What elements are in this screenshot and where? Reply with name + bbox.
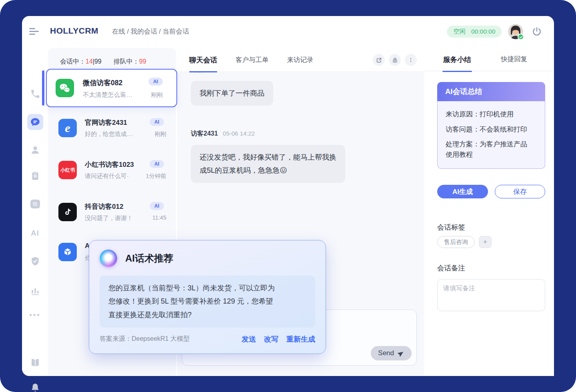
queue-stats: 会话中：14|99 排队中：99 [60,58,146,66]
message-time: 05-06 14:22 [223,130,255,137]
list-item[interactable]: e 官网访客2431 AI 好的，给您造成… 刚刚 [58,118,172,144]
chart-icon[interactable] [22,285,48,297]
tab-visit-history[interactable]: 来访记录 [287,48,314,72]
wechat-icon [56,79,74,97]
send-button[interactable]: Send [371,346,412,360]
stat-queued: 排队中：99 [114,58,146,66]
chat-icon[interactable] [22,116,48,128]
ai-suggestion-text: 您的豆浆机（当前型号：3L）尚未发货，可以立即为 您修改！更换到 5L 型号需要… [100,276,315,328]
app-frame: HOLLYCRM 在线 / 我的会话 / 当前会话 空闲 00:00:00 [0,0,576,392]
panel-tabbar: 服务小结 快捷回复 [424,48,554,71]
conversation-preview: 不太清楚怎么装… [83,91,132,99]
online-check-icon [518,34,524,40]
note-textarea[interactable] [437,279,545,311]
contacts-icon[interactable] [22,144,48,156]
answer-source: 答案来源：DeepseekR1 大模型 [100,335,190,343]
xiaohongshu-icon: 小红书 [58,161,77,179]
popup-send-link[interactable]: 发送 [242,334,256,344]
save-button[interactable]: 保存 [495,185,545,198]
summary-line: 访客问题：不会装纸和打印 [446,124,531,135]
conversation-preview: 好的，给您造成… [85,130,133,138]
message-sender: 访客2431 [191,130,218,137]
popup-rewrite-link[interactable]: 改写 [264,334,278,344]
ai-summary-card: AI会话总结 来访原因：打印机使用 访客问题：不会装纸和打印 处理方案：为客户推… [437,82,545,169]
ai-badge: AI [148,78,163,86]
message-bubble: 我刚下单了一件商品 [191,81,273,106]
tags-label: 会话标签 [437,222,465,232]
lock-icon[interactable] [389,54,401,66]
top-header: HOLLYCRM 在线 / 我的会话 / 当前会话 空闲 00:00:00 [22,16,554,48]
service-summary-panel: 服务小结 快捷回复 AI会话总结 来访原因：打印机使用 访客问题：不会装纸和打印… [424,48,554,376]
shield-icon[interactable] [22,255,48,267]
popup-regenerate-link[interactable]: 重新生成 [286,334,315,344]
summary-line: 处理方案：为客户推送产品使用教程 [446,139,531,160]
conversation-title: 官网访客2431 [85,118,127,127]
conversation-time: 11:45 [152,214,166,221]
conversation-preview: 没问题了，谢谢！ [85,214,133,222]
conversation-time: 刚刚 [151,91,163,99]
message-meta: 访客2431 05-06 14:22 [191,130,424,138]
agent-status-badge[interactable]: 空闲 00:00:00 [447,26,502,38]
message-bubble: 还没发货吧，我好像买错了，能马上帮我换 成5L的豆浆机吗，急急急😖 [191,145,345,183]
app-cube-icon [58,243,77,261]
summary-line: 来访原因：打印机使用 [446,109,531,120]
tag-after-sales[interactable]: 售后咨询 [437,236,475,248]
note-label: 会话备注 [437,263,465,273]
ai-orb-icon [100,250,117,267]
conversation-preview: 请问还有什么可· [85,172,129,180]
app-window: HOLLYCRM 在线 / 我的会话 / 当前会话 空闲 00:00:00 [22,16,554,376]
breadcrumb[interactable]: 在线 / 我的会话 / 当前会话 [112,27,189,36]
ai-badge: AI [150,118,164,126]
conversation-title: 微信访客082 [83,78,122,88]
list-item-selected[interactable]: 微信访客082 AI 不太清楚怎么装… 刚刚 [46,69,177,107]
douyin-icon [58,203,77,221]
ai-badge: AI [150,160,164,168]
tab-customer-tickets[interactable]: 客户与工单 [236,48,269,72]
list-item[interactable]: 抖音访客012 AI 没问题了，谢谢！ 11:45 [58,202,172,228]
ai-nav-icon[interactable]: AI [22,227,48,239]
chat-tabbar: 聊天会话 客户与工单 来访记录 [177,48,424,72]
status-label: 空闲 [453,28,466,36]
bell-icon[interactable] [22,382,48,392]
more-ellipsis-icon[interactable]: ••• [22,309,48,321]
ai-badge: AI [150,202,164,210]
ie-browser-icon: e [58,119,77,137]
conversation-time: 1分钟前 [146,172,166,180]
conversation-title: 抖音访客012 [85,202,123,211]
send-arrow-icon [396,348,406,358]
clipboard-icon[interactable] [22,170,48,182]
menu-icon[interactable] [29,28,39,36]
ai-suggestion-popup: AI话术推荐 您的豆浆机（当前型号：3L）尚未发货，可以立即为 您修改！更换到 … [89,240,326,354]
kebab-menu-icon[interactable] [405,54,417,66]
tab-chat-session[interactable]: 聊天会话 [189,48,217,72]
knowledge-book-icon[interactable] [22,357,48,369]
send-label: Send [378,349,394,357]
list-item[interactable]: 小红书 小红书访客1023 AI 请问还有什么可· 1分钟前 [58,160,172,186]
popup-title: AI话术推荐 [125,252,173,265]
conversation-time: 刚刚 [155,130,166,138]
ai-summary-title: AI会话总结 [437,82,545,101]
stat-active: 会话中：14|99 [60,58,102,66]
yue-chat-icon[interactable]: 悦 [22,198,48,210]
selected-accent-bar [42,70,44,106]
add-tag-button[interactable]: + [479,236,492,248]
power-icon[interactable] [532,26,542,37]
brand-logo: HOLLYCRM [50,26,98,36]
tab-service-summary[interactable]: 服务小结 [443,55,471,64]
conversation-title: 小红书访客1023 [85,160,134,169]
ai-generate-button[interactable]: AI生成 [437,185,488,198]
avatar[interactable] [508,24,523,39]
status-timer: 00:00:00 [471,28,495,35]
tab-quick-replies[interactable]: 快捷回复 [501,55,527,64]
share-icon[interactable] [373,54,385,66]
